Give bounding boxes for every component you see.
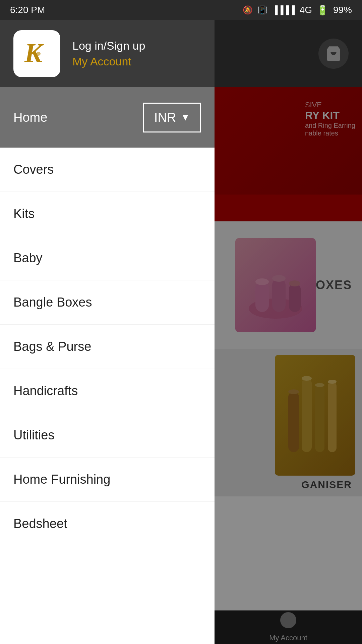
sidebar-item-home-furnishing[interactable]: Home Furnishing <box>0 458 215 502</box>
sidebar-nav: Home INR ▼ <box>0 87 215 148</box>
chevron-down-icon: ▼ <box>181 112 190 123</box>
svg-point-16 <box>37 52 41 56</box>
sidebar-auth-section: Log in/Sign up My Account <box>72 39 145 68</box>
currency-selector[interactable]: INR ▼ <box>143 103 201 132</box>
mute-icon: 🔕 <box>243 5 253 15</box>
sidebar-menu: Covers Kits Baby Bangle Boxes Bags & Pur… <box>0 148 215 644</box>
sidebar: K Log in/Sign up My Account Home INR ▼ C <box>0 20 215 644</box>
time-display: 6:20 PM <box>10 5 45 15</box>
sidebar-item-bangle-boxes[interactable]: Bangle Boxes <box>0 280 215 325</box>
sidebar-item-utilities-label: Utilities <box>13 428 54 442</box>
svg-text:K: K <box>24 38 44 68</box>
battery-icon: 🔋 <box>317 5 328 16</box>
sidebar-item-bags-purse-label: Bags & Purse <box>13 339 91 354</box>
app-logo: K <box>13 30 60 77</box>
sidebar-item-baby-label: Baby <box>13 251 43 265</box>
sidebar-item-utilities[interactable]: Utilities <box>0 413 215 458</box>
sidebar-item-bags-purse[interactable]: Bags & Purse <box>0 325 215 369</box>
status-bar: 6:20 PM 🔕 📳 ▐▐▐▐ 4G 🔋 99% <box>0 0 362 20</box>
signal-bars-icon: ▐▐▐▐ <box>272 5 295 15</box>
logo-svg: K <box>22 35 52 69</box>
logo-letter: K <box>22 35 52 72</box>
sidebar-item-handicrafts[interactable]: Handicrafts <box>0 369 215 413</box>
network-type: 4G <box>300 5 312 15</box>
sidebar-item-home-furnishing-label: Home Furnishing <box>13 472 110 487</box>
sidebar-item-kits[interactable]: Kits <box>0 192 215 236</box>
sidebar-item-baby[interactable]: Baby <box>0 236 215 280</box>
sidebar-item-bedsheet[interactable]: Bedsheet <box>0 502 215 546</box>
currency-value: INR <box>154 110 176 125</box>
sidebar-item-bangle-boxes-label: Bangle Boxes <box>13 295 92 310</box>
screen: SIVE RY KIT and Ring Earring nable rates <box>0 20 362 644</box>
sidebar-item-handicrafts-label: Handicrafts <box>13 384 78 398</box>
login-signup-text[interactable]: Log in/Sign up <box>72 39 145 52</box>
battery-level: 99% <box>333 5 352 15</box>
sidebar-item-bedsheet-label: Bedsheet <box>13 517 67 531</box>
sidebar-home-item[interactable]: Home <box>13 110 130 125</box>
overlay-dim[interactable] <box>215 20 362 644</box>
sidebar-item-kits-label: Kits <box>13 207 35 221</box>
sidebar-item-covers[interactable]: Covers <box>0 148 215 192</box>
my-account-link[interactable]: My Account <box>72 55 145 68</box>
vibrate-icon: 📳 <box>257 5 267 15</box>
sidebar-header: K Log in/Sign up My Account <box>0 20 215 87</box>
status-icons: 🔕 📳 ▐▐▐▐ 4G 🔋 99% <box>243 5 352 16</box>
sidebar-item-covers-label: Covers <box>13 162 54 177</box>
